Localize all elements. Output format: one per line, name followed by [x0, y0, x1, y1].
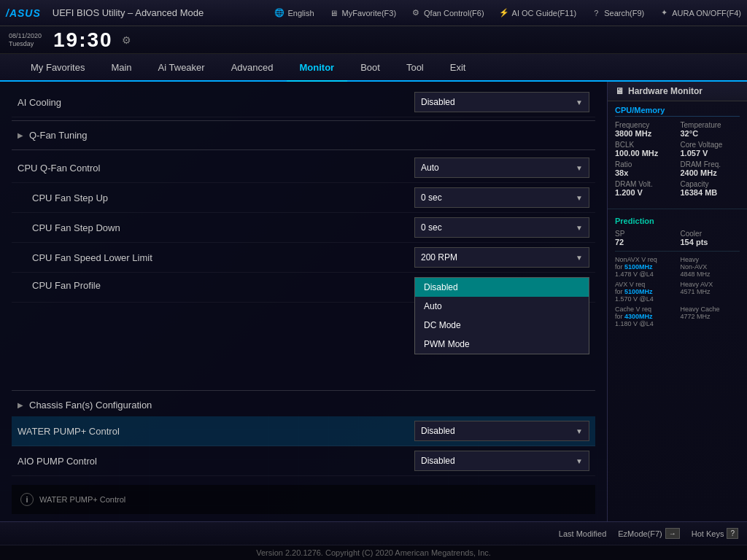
nav-advanced[interactable]: Advanced — [218, 54, 287, 82]
myfavorite-button[interactable]: 🖥 MyFavorite(F3) — [329, 8, 397, 18]
hotkeys-key-icon: ? — [727, 528, 738, 539]
content-area: AI Cooling Disabled ▼ ▶ Q-Fan Tuning CPU… — [0, 82, 747, 521]
cpu-qfan-value: Auto — [421, 163, 439, 173]
chassis-section[interactable]: ▶ Chassis Fan(s) Configuration — [12, 394, 595, 416]
nav-bar: My Favorites Main Ai Tweaker Advanced Mo… — [0, 54, 747, 82]
nav-monitor[interactable]: Monitor — [287, 54, 348, 82]
qfan-section[interactable]: ▶ Q-Fan Tuning — [12, 124, 595, 147]
time-display: 19:30 — [53, 28, 113, 52]
last-modified-label: Last Modified — [559, 529, 606, 538]
prediction-section: Prediction SP 72 Cooler 154 pts — [608, 214, 747, 333]
cpu-speed-lower-arrow: ▼ — [576, 254, 583, 262]
water-pump-arrow: ▼ — [576, 427, 583, 435]
nonavx-left: NonAVX V req for 5100MHz 1.478 V @L4 — [615, 256, 675, 278]
aio-pump-dropdown[interactable]: Disabled ▼ — [414, 451, 589, 471]
cpu-step-down-label: CPU Fan Step Down — [18, 222, 414, 233]
cpu-step-down-row[interactable]: CPU Fan Step Down 0 sec ▼ — [12, 213, 595, 243]
bottom-bar: Last Modified EzMode(F7) → Hot Keys ? — [0, 521, 747, 545]
main-content[interactable]: AI Cooling Disabled ▼ ▶ Q-Fan Tuning CPU… — [0, 82, 607, 521]
ai-cooling-dropdown[interactable]: Disabled ▼ — [414, 92, 589, 112]
last-modified-button[interactable]: Last Modified — [559, 529, 606, 538]
aioc-label: AI OC Guide(F11) — [512, 9, 577, 18]
cache-right: Heavy Cache 4772 MHz — [681, 306, 740, 327]
nav-tool[interactable]: Tool — [393, 54, 437, 82]
ai-cooling-label: AI Cooling — [18, 97, 414, 108]
ratio-block: Ratio 38x — [615, 160, 675, 177]
hw-monitor-label: Hardware Monitor — [628, 86, 703, 96]
water-pump-row[interactable]: WATER PUMP+ Control Disabled ▼ — [12, 416, 595, 446]
nav-my-favorites[interactable]: My Favorites — [18, 54, 98, 82]
dram-volt-block: DRAM Volt. 1.200 V — [615, 180, 675, 197]
capacity-block: Capacity 16384 MB — [681, 180, 740, 197]
cache-freq: 4300MHz — [624, 313, 653, 320]
aio-pump-label: AIO PUMP Control — [18, 456, 414, 467]
date-block: 08/11/2020 Tuesday — [9, 32, 42, 48]
separator-3 — [12, 390, 595, 391]
nav-main[interactable]: Main — [98, 54, 144, 82]
ezmode-button[interactable]: EzMode(F7) → — [618, 528, 680, 539]
language-button[interactable]: 🌐 English — [274, 8, 314, 18]
water-pump-dropdown[interactable]: Disabled ▼ — [414, 421, 589, 441]
nav-boot[interactable]: Boot — [347, 54, 393, 82]
aioc-button[interactable]: ⚡ AI OC Guide(F11) — [499, 8, 577, 18]
avx-freq: 5100MHz — [624, 288, 653, 295]
cpu-step-up-dropdown[interactable]: 0 sec ▼ — [414, 187, 589, 208]
ai-cooling-row[interactable]: AI Cooling Disabled ▼ — [12, 88, 595, 117]
cpu-speed-lower-dropdown[interactable]: 200 RPM ▼ — [414, 247, 589, 268]
cpu-qfan-dropdown[interactable]: Auto ▼ — [414, 158, 589, 178]
qfan-button[interactable]: ⚙ Qfan Control(F6) — [411, 8, 484, 18]
hotkeys-button[interactable]: Hot Keys ? — [692, 528, 738, 539]
question-icon: ? — [591, 8, 601, 18]
language-label: English — [287, 9, 314, 18]
cpu-memory-section: CPU/Memory Frequency 3800 MHz Temperatur… — [608, 101, 747, 204]
water-pump-label: WATER PUMP+ Control — [18, 426, 414, 437]
lightning-icon: ⚡ — [499, 8, 509, 18]
cpu-profile-row[interactable]: CPU Fan Profile CPU Fan Profile ▼ Disabl… — [12, 273, 595, 303]
avx-grid: AVX V req for 5100MHz 1.570 V @L4 Heavy … — [615, 281, 740, 303]
info-bar: i WATER PUMP+ Control — [12, 485, 595, 514]
settings-icon[interactable]: ⚙ — [122, 34, 131, 46]
monitor-icon: 🖥 — [615, 86, 624, 96]
bios-title: UEFI BIOS Utility – Advanced Mode — [53, 7, 204, 18]
aio-pump-row[interactable]: AIO PUMP Control Disabled ▼ — [12, 446, 595, 476]
myfavorite-label: MyFavorite(F3) — [342, 9, 397, 18]
cpu-speed-lower-label: CPU Fan Speed Lower Limit — [18, 252, 414, 263]
asus-logo: /ASUS — [6, 7, 41, 19]
ai-cooling-arrow: ▼ — [576, 98, 583, 106]
nonavx-freq: 5100MHz — [624, 263, 653, 271]
aio-pump-arrow: ▼ — [576, 457, 583, 465]
dram-freq-block: DRAM Freq. 2400 MHz — [681, 160, 740, 177]
cache-left: Cache V req for 4300MHz 1.180 V @L4 — [615, 306, 675, 327]
cpu-profile-dropdown-container: CPU Fan Profile ▼ Disabled Auto DC Mode … — [414, 277, 589, 298]
cpu-speed-lower-value: 200 RPM — [421, 252, 457, 262]
option-dc-mode[interactable]: DC Mode — [415, 316, 589, 335]
cpu-step-up-row[interactable]: CPU Fan Step Up 0 sec ▼ — [12, 183, 595, 213]
qfan-label: Q-Fan Tuning — [29, 130, 88, 141]
aura-label: AURA ON/OFF(F4) — [672, 9, 741, 18]
search-button[interactable]: ? Search(F9) — [591, 8, 644, 18]
cpu-qfan-row[interactable]: CPU Q-Fan Control Auto ▼ — [12, 153, 595, 183]
aura-icon: ✦ — [659, 8, 669, 18]
nav-ai-tweaker[interactable]: Ai Tweaker — [145, 54, 218, 82]
cache-block: Cache V req for 4300MHz 1.180 V @L4 Heav… — [615, 306, 740, 327]
chassis-expand-icon: ▶ — [18, 401, 23, 409]
info-text: WATER PUMP+ Control — [39, 495, 125, 504]
cpu-speed-lower-row[interactable]: CPU Fan Speed Lower Limit 200 RPM ▼ — [12, 243, 595, 273]
info-icon: i — [20, 493, 34, 506]
hw-monitor-title: 🖥 Hardware Monitor — [608, 82, 747, 101]
cpu-qfan-arrow: ▼ — [576, 164, 583, 172]
ai-cooling-value: Disabled — [421, 97, 455, 107]
option-disabled[interactable]: Disabled — [415, 278, 589, 297]
fan-icon: ⚙ — [411, 8, 421, 18]
screen-icon: 🖥 — [329, 8, 339, 18]
cpu-step-up-label: CPU Fan Step Up — [18, 192, 414, 203]
option-auto[interactable]: Auto — [415, 297, 589, 316]
prediction-title: Prediction — [615, 217, 740, 225]
nav-exit[interactable]: Exit — [437, 54, 479, 82]
cpu-step-down-arrow: ▼ — [576, 224, 583, 232]
prediction-sp-cooler: SP 72 Cooler 154 pts — [615, 230, 740, 246]
option-pwm-mode[interactable]: PWM Mode — [415, 335, 589, 354]
aura-button[interactable]: ✦ AURA ON/OFF(F4) — [659, 8, 741, 18]
cpu-step-down-dropdown[interactable]: 0 sec ▼ — [414, 217, 589, 238]
cpu-profile-label: CPU Fan Profile — [18, 277, 414, 291]
